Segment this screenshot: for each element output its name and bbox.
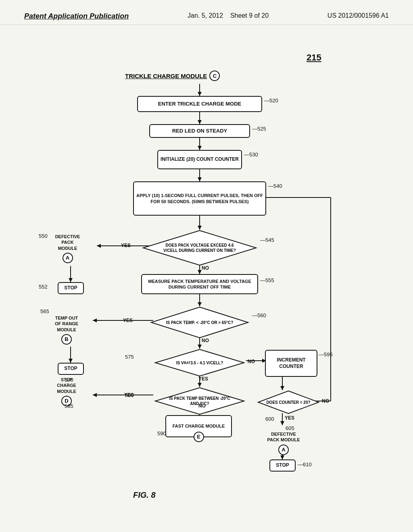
- yes-label-counter: YES: [285, 415, 294, 421]
- svg-marker-3: [198, 120, 202, 124]
- ref-595: ―595: [319, 351, 333, 357]
- svg-marker-39: [69, 278, 73, 282]
- ref-610: ―610: [298, 461, 312, 468]
- yes-label-pack-temp: YES: [123, 318, 133, 323]
- ref-545: ―545: [260, 237, 274, 243]
- svg-marker-29: [280, 386, 284, 390]
- svg-marker-15: [198, 302, 202, 306]
- no-label-pack-temp2: NO: [198, 403, 206, 409]
- ref-600: 600: [265, 416, 274, 422]
- svg-marker-11: [97, 244, 101, 248]
- svg-marker-5: [198, 146, 202, 150]
- does-pack-voltage-diamond: DOES PACK VOLTAGE EXCEED 4.6 V/CELL DURI…: [141, 230, 258, 266]
- ref-555: ―555: [260, 277, 274, 283]
- header-right: US 2012/0001596 A1: [327, 12, 389, 19]
- yes-label-vbat: YES: [198, 376, 208, 382]
- page: Patent Application Publication Jan. 5, 2…: [0, 0, 413, 532]
- does-counter-diamond: DOES COUNTER = 20?: [256, 390, 321, 414]
- svg-marker-27: [93, 393, 97, 397]
- ref-590: 590: [157, 430, 166, 436]
- module-title: TRICKLE CHARGE MODULE: [125, 73, 207, 79]
- ref-605: 605: [286, 425, 330, 431]
- svg-marker-23: [198, 383, 202, 387]
- yes-label-pack-temp2: YES: [124, 392, 134, 398]
- diagram-area: 215 TRICKLE CHARGE MODULE C: [0, 48, 413, 524]
- ref-585: 585: [65, 403, 73, 409]
- no-label-pack-temp: NO: [202, 338, 209, 343]
- no-label-counter: NO: [322, 398, 329, 404]
- apply-pulses-box: APPLY (10) 1-SECOND FULL CURRENT PULSES,…: [133, 181, 266, 216]
- init-counter-box: INITIALIZE (20) COUNT COUNTER: [157, 150, 242, 169]
- ref-575: 575: [125, 354, 134, 360]
- svg-marker-17: [93, 318, 97, 322]
- ref-552: 552: [39, 284, 48, 290]
- ref-565: 565: [40, 308, 93, 314]
- svg-marker-9: [198, 226, 202, 230]
- step-charge-area: STEPCHARGEMODULE D: [40, 377, 93, 406]
- svg-marker-13: [198, 270, 202, 274]
- ref-550: 550: [39, 233, 48, 239]
- no-label-vbat: NO: [248, 359, 255, 364]
- svg-marker-1: [198, 92, 202, 96]
- stop3-box: STOP: [269, 459, 296, 472]
- figure-label: FIG. 8: [133, 490, 156, 500]
- stop2-box: STOP: [58, 363, 84, 375]
- defective-pack-1-area: DEFECTIVEPACKMODULE A: [40, 234, 95, 263]
- figure-number: 215: [307, 52, 321, 63]
- svg-marker-35: [280, 421, 284, 425]
- red-led-box: RED LED ON STEADY: [149, 124, 250, 138]
- is-pack-temp-diamond: IS PACK TEMP. < -20°C OR > 65°C?: [149, 306, 250, 339]
- module-title-area: TRICKLE CHARGE MODULE C: [125, 71, 220, 81]
- svg-marker-41: [69, 359, 73, 363]
- ref-525: ―525: [252, 126, 266, 132]
- module-c-circle: C: [209, 71, 220, 81]
- svg-marker-19: [198, 345, 202, 349]
- is-pack-temp2-diamond: IS PACK TEMP BETWEEN -20°C AND 0°C?: [153, 387, 246, 415]
- ref-540: ―540: [268, 183, 282, 189]
- temp-out-area: 565 TEMP OUTOF RANGEMODULE B: [40, 308, 93, 345]
- header: Patent Application Publication Jan. 5, 2…: [0, 0, 413, 25]
- is-vbat-diamond: IS VBAT 3.5 - 4.1 V/CELL?: [153, 349, 246, 377]
- ref-530: ―530: [244, 152, 258, 158]
- svg-marker-37: [280, 455, 284, 459]
- no-label-pack-voltage: NO: [202, 265, 209, 271]
- svg-marker-7: [198, 177, 202, 181]
- yes-label-pack-voltage: YES: [121, 243, 131, 248]
- enter-trickle-box: ENTER TRICKLE CHARGE MODE: [137, 96, 262, 112]
- ref-520: ―520: [264, 98, 278, 104]
- defective-pack-2-area: 605 DEFECTIVEPACK MODULE A: [261, 425, 306, 455]
- measure-pack-box: MEASURE PACK TEMPERATURE AND VOLTAGE DUR…: [141, 274, 258, 294]
- header-left: Patent Application Publication: [24, 12, 129, 21]
- fast-charge-area: FAST CHARGE MODULE E: [165, 415, 232, 437]
- stop1-box: STOP: [58, 282, 84, 294]
- ref-560: ―560: [252, 312, 266, 318]
- header-center: Jan. 5, 2012 Sheet 9 of 20: [188, 12, 269, 19]
- increment-counter-box: INCREMENT COUNTER: [265, 350, 317, 377]
